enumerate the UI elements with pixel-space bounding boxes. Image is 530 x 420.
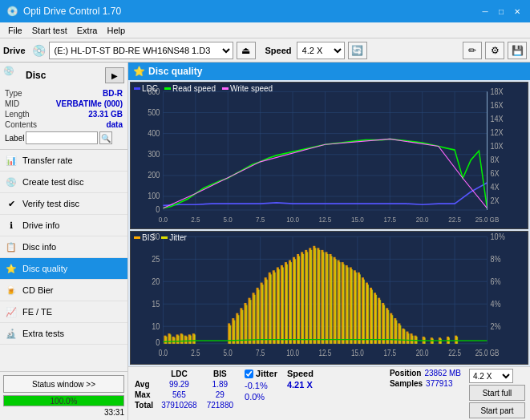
menu-file[interactable]: File <box>3 25 27 36</box>
disc-label-btn[interactable]: 🔍 <box>99 131 112 144</box>
ldc-legend: LDC <box>134 84 158 93</box>
svg-rect-193 <box>383 305 385 343</box>
sidebar-item-create-test-disc[interactable]: 💿 Create test disc <box>0 172 127 193</box>
svg-text:0: 0 <box>156 337 160 347</box>
save-button[interactable]: 💾 <box>508 42 527 59</box>
svg-rect-192 <box>379 300 381 344</box>
svg-text:0.0: 0.0 <box>159 349 168 357</box>
sidebar: 💿 Disc ▶ Type BD-R MID VERBATIMe (000) L… <box>0 63 128 420</box>
status-window-button[interactable]: Status window >> <box>3 375 124 393</box>
sidebar-item-disc-quality[interactable]: ⭐ Disc quality <box>0 258 127 280</box>
svg-text:22.5: 22.5 <box>448 215 461 224</box>
menu-help[interactable]: Help <box>102 25 130 36</box>
content-header: ⭐ Disc quality <box>128 63 530 80</box>
sidebar-item-fe-te[interactable]: 📈 FE / TE <box>0 301 127 323</box>
svg-text:18X: 18X <box>491 87 504 96</box>
chart1-container: LDC Read speed Write speed <box>130 82 528 229</box>
avg-speed: 4.21 X <box>287 380 314 390</box>
svg-text:10.0: 10.0 <box>286 215 299 224</box>
svg-rect-197 <box>399 325 401 344</box>
sidebar-item-label: Create test disc <box>22 177 83 187</box>
disc-btn[interactable]: ▶ <box>105 67 124 83</box>
stats-table: LDC BIS Avg 99.29 1.89 Max 565 29 Total … <box>131 369 238 410</box>
svg-text:8X: 8X <box>491 155 500 164</box>
disc-contents-row: Contents data <box>3 119 124 130</box>
svg-text:300: 300 <box>148 150 160 160</box>
chart1-svg: 600 500 400 300 200 100 0 18X 16X 14X <box>131 83 528 228</box>
speed-select[interactable]: 4.2 X Max 2.0 X 1.0 X <box>297 42 345 59</box>
eject-button[interactable]: ⏏ <box>237 42 256 59</box>
svg-text:7.5: 7.5 <box>256 349 265 357</box>
drive-label: Drive <box>3 46 26 55</box>
read-speed-legend-dot <box>164 87 171 90</box>
jitter-label: Jitter <box>256 369 277 378</box>
content-header-icon: ⭐ <box>133 66 145 77</box>
speed-select-small[interactable]: 4.2 X Max 2.0 X <box>469 369 513 383</box>
app-icon: 💿 <box>6 6 18 17</box>
svg-rect-182 <box>339 262 341 344</box>
samples-value: 377913 <box>426 379 452 388</box>
svg-rect-147 <box>165 337 167 344</box>
svg-text:0: 0 <box>156 205 160 215</box>
sidebar-item-transfer-rate[interactable]: 📊 Transfer rate <box>0 150 127 172</box>
svg-rect-169 <box>286 264 288 343</box>
start-part-button[interactable]: Start part <box>469 402 525 418</box>
disc-label-row: Label 🔍 <box>3 130 124 146</box>
write-speed-legend-dot <box>222 87 229 90</box>
edit-button[interactable]: ✏ <box>463 42 482 59</box>
disc-label-input[interactable] <box>26 131 98 144</box>
svg-rect-149 <box>174 337 176 344</box>
max-bis: 29 <box>202 390 238 400</box>
svg-text:15.0: 15.0 <box>351 349 364 357</box>
total-bis: 721880 <box>202 400 238 410</box>
sidebar-item-label: CD Bier <box>22 285 54 295</box>
toolbar: Drive 💿 (E:) HL-DT-ST BD-RE WH16NS48 1.D… <box>0 38 530 63</box>
svg-text:6%: 6% <box>491 277 501 286</box>
ldc-legend-dot <box>134 87 140 90</box>
avg-label: Avg <box>131 379 156 390</box>
chart2-container: BIS Jitter <box>130 231 528 365</box>
disc-info-icon: 📋 <box>5 240 18 253</box>
main-area: 💿 Disc ▶ Type BD-R MID VERBATIMe (000) L… <box>0 63 530 420</box>
transfer-rate-icon: 📊 <box>5 154 18 167</box>
sidebar-item-verify-test-disc[interactable]: ✔ Verify test disc <box>0 193 127 215</box>
disc-header: 💿 Disc ▶ <box>3 66 124 85</box>
settings-button[interactable]: ⚙ <box>485 42 504 59</box>
sidebar-item-extra-tests[interactable]: 🔬 Extra tests <box>0 323 127 345</box>
close-button[interactable]: ✕ <box>511 5 524 18</box>
svg-rect-190 <box>371 289 373 343</box>
svg-rect-174 <box>306 252 308 343</box>
drive-select[interactable]: (E:) HL-DT-ST BD-RE WH16NS48 1.D3 <box>49 42 233 59</box>
svg-rect-183 <box>343 264 345 343</box>
svg-text:17.5: 17.5 <box>383 215 396 224</box>
jitter-checkbox[interactable] <box>245 370 253 378</box>
sidebar-item-disc-info[interactable]: 📋 Disc info <box>0 236 127 258</box>
maximize-button[interactable]: □ <box>495 5 508 18</box>
chart2-svg: 30 25 20 15 10 0 10% 8% 6% 4% 2% <box>131 232 528 364</box>
speed-label: Speed <box>265 46 292 55</box>
minimize-button[interactable]: ─ <box>479 5 492 18</box>
svg-text:25.0 GB: 25.0 GB <box>475 349 500 357</box>
drive-info-icon: ℹ <box>5 219 18 232</box>
svg-rect-167 <box>278 269 280 344</box>
bis-legend: BIS <box>134 233 155 242</box>
avg-ldc: 99.29 <box>156 379 202 390</box>
svg-rect-191 <box>375 295 377 344</box>
total-ldc: 37910268 <box>156 400 202 410</box>
svg-rect-0 <box>131 83 528 228</box>
verify-test-disc-icon: ✔ <box>5 197 18 210</box>
ldc-header: LDC <box>156 369 202 379</box>
svg-text:2%: 2% <box>491 321 501 331</box>
bis-header: BIS <box>202 369 238 379</box>
refresh-button[interactable]: 🔄 <box>348 42 367 59</box>
start-full-button[interactable]: Start full <box>469 385 525 401</box>
menu-extra[interactable]: Extra <box>72 25 103 36</box>
menu-start-test[interactable]: Start test <box>27 25 72 36</box>
disc-type-row: Type BD-R <box>3 88 124 99</box>
sidebar-item-drive-info[interactable]: ℹ Drive info <box>0 215 127 236</box>
sidebar-item-cd-bier[interactable]: 🍺 CD Bier <box>0 280 127 301</box>
progress-bar-container: 100.0% <box>3 395 124 406</box>
svg-rect-159 <box>245 305 247 343</box>
svg-rect-163 <box>262 285 264 344</box>
svg-rect-158 <box>241 310 243 344</box>
